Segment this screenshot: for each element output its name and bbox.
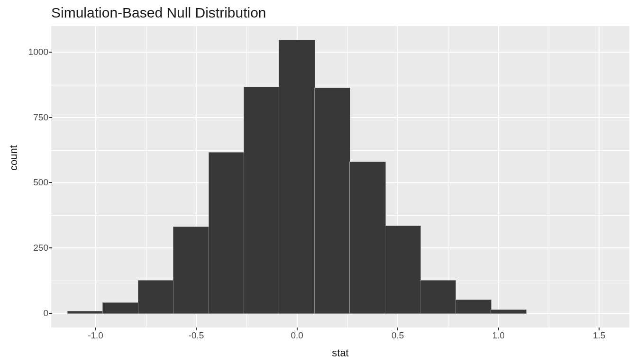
y-tick-label: 500 (23, 177, 51, 188)
y-tick-mark (49, 313, 52, 314)
x-tick-label: 0.5 (391, 330, 404, 341)
bar (209, 153, 244, 313)
bar (420, 281, 455, 313)
chart-container: Simulation-Based Null Distribution 02505… (0, 0, 637, 364)
x-tick-mark (196, 328, 197, 330)
x-tick-mark (297, 328, 298, 330)
y-axis-title: count (8, 145, 20, 171)
y-tick-label: 0 (23, 308, 51, 318)
bar (315, 88, 350, 313)
chart-title: Simulation-Based Null Distribution (51, 5, 266, 21)
x-tick-label: 1.0 (492, 330, 504, 341)
y-tick-mark (49, 247, 52, 248)
x-tick-mark (498, 328, 499, 330)
x-tick-mark (397, 328, 398, 330)
y-tick-label: 750 (23, 112, 51, 123)
x-tick-label: -1.0 (88, 330, 103, 341)
x-axis: -1.0-0.50.00.51.01.5 (51, 328, 629, 346)
bar (103, 303, 138, 313)
bar (244, 87, 279, 313)
y-tick-mark (49, 182, 52, 183)
plot-panel (51, 26, 629, 328)
bar (68, 311, 103, 313)
y-tick-label: 1000 (23, 47, 51, 57)
x-tick-label: 1.5 (593, 330, 605, 341)
bar (138, 281, 173, 313)
y-tick-label: 250 (23, 243, 51, 253)
y-tick-mark (49, 52, 52, 53)
x-axis-title: stat (332, 347, 348, 359)
x-tick-mark (95, 328, 96, 330)
bar (350, 162, 385, 313)
bar (279, 40, 314, 313)
y-tick-mark (49, 117, 52, 118)
x-tick-label: 0.0 (291, 330, 303, 341)
bar (491, 310, 526, 313)
bar (385, 226, 420, 313)
bar (173, 227, 209, 313)
bar (455, 300, 491, 313)
x-tick-mark (599, 328, 600, 330)
bars-layer (51, 26, 629, 328)
x-tick-label: -0.5 (189, 330, 204, 341)
y-axis: 02505007501000 (23, 26, 51, 328)
